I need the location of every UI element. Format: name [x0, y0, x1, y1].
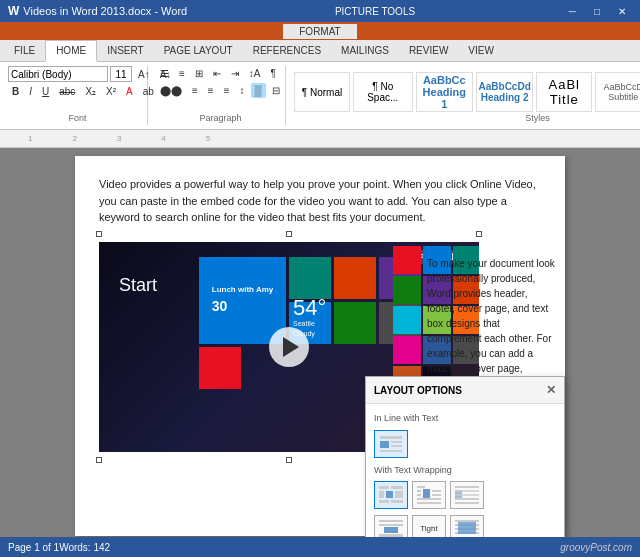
main-tab-bar: FILE HOME INSERT PAGE LAYOUT REFERENCES …	[0, 40, 640, 62]
svg-rect-14	[423, 489, 430, 498]
show-para-marks-button[interactable]: ¶	[267, 66, 280, 81]
svg-rect-11	[391, 500, 403, 503]
line-spacing-button[interactable]: ↕	[236, 83, 249, 98]
document-page: Video provides a powerful way to help yo…	[75, 156, 565, 536]
section-text-wrapping-title: With Text Wrapping	[374, 464, 556, 478]
tab-insert[interactable]: INSERT	[97, 40, 154, 62]
wrap-tight-icon[interactable]	[412, 481, 446, 509]
tab-references[interactable]: REFERENCES	[243, 40, 331, 62]
title-bar: W Videos in Word 2013.docx - Word PICTUR…	[0, 0, 640, 22]
tile-7[interactable]	[199, 347, 241, 389]
svg-rect-13	[417, 490, 421, 492]
tile-5[interactable]	[334, 302, 376, 344]
resize-handle-b[interactable]	[286, 457, 292, 463]
justify-button[interactable]: ≡	[220, 83, 234, 98]
highlight-button[interactable]: ab	[139, 84, 158, 99]
tile-2[interactable]	[289, 257, 331, 299]
bullets-button[interactable]: ☰	[156, 66, 173, 81]
tab-file[interactable]: FILE	[4, 40, 45, 62]
svg-rect-3	[391, 445, 402, 447]
style-no-space[interactable]: ¶ No Spac...	[353, 72, 413, 112]
svg-rect-18	[417, 498, 441, 500]
tab-mailings[interactable]: MAILINGS	[331, 40, 399, 62]
subscript-button[interactable]: X₂	[81, 84, 100, 99]
play-button[interactable]	[269, 327, 309, 367]
bold-button[interactable]: B	[8, 84, 23, 99]
grow-font-button[interactable]: A↑	[134, 67, 154, 82]
layout-panel-header: LAYOUT OPTIONS ✕	[366, 377, 564, 404]
tight-label: Tight	[420, 523, 438, 535]
style-normal[interactable]: ¶ Normal	[294, 72, 350, 112]
video-start-label: Start	[119, 272, 157, 299]
font-size-input[interactable]	[110, 66, 132, 82]
svg-rect-26	[379, 520, 403, 522]
color-swatch-1	[393, 246, 421, 274]
tab-home[interactable]: HOME	[45, 40, 97, 62]
style-heading2[interactable]: AaBbCcDdHeading 2	[476, 72, 533, 112]
wrap-top-bottom-icon[interactable]	[374, 515, 408, 537]
resize-handle-tr[interactable]	[476, 231, 482, 237]
align-center-button[interactable]: ≡	[188, 83, 202, 98]
svg-rect-12	[417, 486, 425, 488]
superscript-button[interactable]: X²	[102, 84, 120, 99]
align-left-button[interactable]: ⬤⬤	[156, 83, 186, 98]
app-icon: W	[8, 4, 19, 18]
svg-rect-8	[395, 491, 403, 498]
style-heading1[interactable]: AaBbCcHeading 1	[416, 72, 474, 112]
tab-page-layout[interactable]: PAGE LAYOUT	[154, 40, 243, 62]
tab-view[interactable]: VIEW	[458, 40, 504, 62]
resize-handle-bl[interactable]	[96, 457, 102, 463]
context-label: PICTURE TOOLS	[335, 6, 415, 17]
maximize-button[interactable]: □	[588, 6, 606, 17]
layout-panel-close-button[interactable]: ✕	[546, 381, 556, 399]
watermark: groovyPost.com	[560, 542, 632, 553]
minimize-button[interactable]: ─	[563, 6, 582, 17]
tile-1[interactable]: Lunch with Amy30	[199, 257, 286, 344]
svg-rect-22	[455, 490, 479, 492]
decrease-indent-button[interactable]: ⇤	[209, 66, 225, 81]
layout-panel-title: LAYOUT OPTIONS	[374, 383, 462, 398]
numbering-button[interactable]: ≡	[175, 66, 189, 81]
svg-rect-23	[455, 494, 479, 496]
tab-review[interactable]: REVIEW	[399, 40, 458, 62]
window-title: Videos in Word 2013.docx - Word	[23, 5, 187, 17]
resize-handle-t[interactable]	[286, 231, 292, 237]
close-button[interactable]: ✕	[612, 6, 632, 17]
wrap-front-icon[interactable]	[450, 515, 484, 537]
font-name-input[interactable]	[8, 66, 108, 82]
inline-with-text-icon[interactable]	[374, 430, 408, 458]
layout-options-panel: LAYOUT OPTIONS ✕ In Line with Text	[365, 376, 565, 537]
ribbon-group-paragraph: ☰ ≡ ⊞ ⇤ ⇥ ↕A ¶ ⬤⬤ ≡ ≡ ≡ ↕ ▒ ⊟ Paragraph	[156, 66, 286, 125]
svg-rect-27	[379, 524, 403, 526]
increase-indent-button[interactable]: ⇥	[227, 66, 243, 81]
underline-button[interactable]: U	[38, 84, 53, 99]
italic-button[interactable]: I	[25, 84, 36, 99]
multilevel-list-button[interactable]: ⊞	[191, 66, 207, 81]
tile-3[interactable]	[334, 257, 376, 299]
style-subtitle[interactable]: AaBbCcDSubtitle	[595, 72, 640, 112]
svg-rect-2	[391, 441, 402, 443]
borders-button[interactable]: ⊟	[268, 83, 284, 98]
resize-handle-tl[interactable]	[96, 231, 102, 237]
align-right-button[interactable]: ≡	[204, 83, 218, 98]
shading-button[interactable]: ▒	[251, 83, 266, 98]
wrap-square-icon[interactable]	[374, 481, 408, 509]
ribbon-group-styles: ¶ Normal ¶ No Spac... AaBbCcHeading 1 Aa…	[294, 66, 640, 125]
style-title[interactable]: AaBlTitle	[536, 72, 592, 112]
svg-rect-28	[384, 527, 398, 533]
tight-label-icon[interactable]: Tight	[412, 515, 446, 537]
tab-format[interactable]: FORMAT	[283, 24, 356, 39]
paragraph-1: Video provides a powerful way to help yo…	[99, 176, 541, 226]
svg-rect-4	[380, 450, 402, 452]
svg-rect-25	[455, 502, 479, 504]
text-color-button[interactable]: A	[122, 84, 137, 99]
sort-button[interactable]: ↕A	[245, 66, 265, 81]
color-swatch-7	[393, 306, 421, 334]
wrap-through-icon[interactable]	[450, 481, 484, 509]
svg-rect-17	[432, 494, 441, 496]
strikethrough-button[interactable]: abc	[55, 84, 79, 99]
color-swatch-4	[393, 276, 421, 304]
svg-rect-16	[417, 494, 421, 496]
svg-rect-31	[455, 520, 479, 522]
inline-icons-row	[374, 430, 556, 458]
